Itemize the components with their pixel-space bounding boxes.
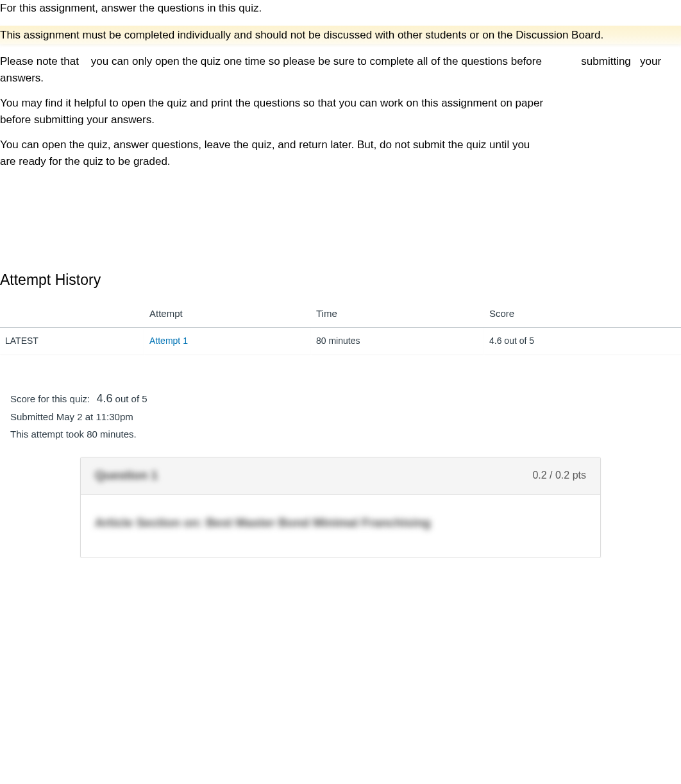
submitted-time: Submitted May 2 at 11:30pm xyxy=(10,410,681,425)
table-header-score: Score xyxy=(484,300,681,328)
table-row: LATEST Attempt 1 80 minutes 4.6 out of 5 xyxy=(0,328,681,355)
text-part: submitting xyxy=(581,55,630,67)
question-body-blurred: Article Section on: Best Master Bond Min… xyxy=(95,516,431,529)
instruction-one-time-notice: Please note that you can only open the q… xyxy=(0,53,681,86)
question-card: Question 1 0.2 / 0.2 pts Article Section… xyxy=(80,457,601,558)
score-suffix: out of 5 xyxy=(115,393,147,404)
table-header-blank xyxy=(0,300,144,328)
question-title-blurred: Question 1 xyxy=(95,466,158,485)
instruction-print-tip: You may find it helpful to open the quiz… xyxy=(0,95,564,128)
score-value: 4.6 xyxy=(96,392,112,405)
attempt-history-table: Attempt Time Score LATEST Attempt 1 80 m… xyxy=(0,300,681,355)
instruction-line-1: For this assignment, answer the question… xyxy=(0,0,681,17)
attempt-duration: This attempt took 80 minutes. xyxy=(10,427,681,442)
text-part: Please note that xyxy=(0,55,79,67)
question-body: Article Section on: Best Master Bond Min… xyxy=(81,495,600,558)
instruction-individual-notice: This assignment must be completed indivi… xyxy=(0,26,681,45)
attempt-score: 4.6 out of 5 xyxy=(484,328,681,355)
latest-badge: LATEST xyxy=(0,328,144,355)
table-header-time: Time xyxy=(311,300,484,328)
attempt-link[interactable]: Attempt 1 xyxy=(149,336,188,346)
question-points: 0.2 / 0.2 pts xyxy=(532,468,586,483)
attempt-time: 80 minutes xyxy=(311,328,484,355)
score-summary-block: Score for this quiz: 4.6 out of 5 Submit… xyxy=(0,390,681,441)
question-header: Question 1 0.2 / 0.2 pts xyxy=(81,457,600,495)
instruction-warning-submit: You can open the quiz, answer questions,… xyxy=(0,137,532,169)
attempt-history-heading: Attempt History xyxy=(0,269,681,291)
table-header-attempt: Attempt xyxy=(144,300,311,328)
text-part: you can only open the quiz one time so p… xyxy=(91,55,542,67)
score-label: Score for this quiz: xyxy=(10,393,90,404)
